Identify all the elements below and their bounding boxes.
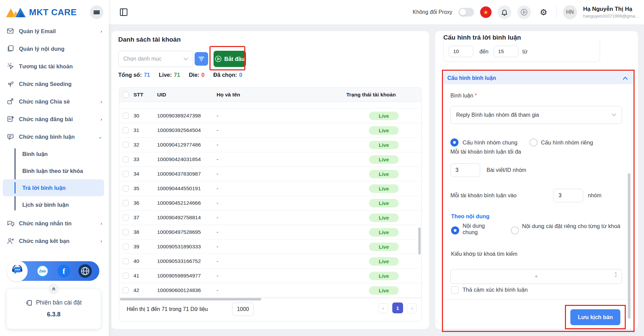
sidebar-menu: Quản lý Email›Quản lý nội dungTương tác … [0,22,109,145]
stat-live: Live:71 [159,72,180,78]
app-logo[interactable]: MKT CARE [5,6,77,19]
sidebar-collapse-button[interactable] [90,5,103,19]
status-badge: Live [369,272,399,280]
comment-type-select[interactable]: Reply Bình luận nhóm đã tham gia [450,106,622,124]
sidebar-item-bottom-0[interactable]: Chức năng nhắn tin› [0,215,109,232]
cell-stt: 34 [131,171,154,177]
group-custom-label[interactable]: Cấu hình nhóm riêng [541,139,593,146]
per-account-suffix: nhóm [588,193,601,199]
cell-uid: 100090600124836 [154,287,214,293]
sidebar-item-0[interactable]: Quản lý Email› [0,22,109,40]
cell-uid: 100090389247398 [154,113,214,119]
row-checkbox[interactable] [123,258,129,264]
row-checkbox[interactable] [123,229,129,235]
next-page-button[interactable]: › [407,303,417,313]
reaction-checkbox[interactable] [451,286,459,294]
content-common-radio[interactable] [451,226,459,234]
col-header-name: Họ và tên [214,92,344,98]
row-checkbox[interactable] [123,287,129,293]
layout-toggle-icon[interactable] [120,8,127,16]
group-custom-radio[interactable] [529,138,538,147]
table-row: 31100090392564504-Live [119,123,421,138]
page-size-input[interactable] [232,303,254,316]
status-badge: Live [369,126,399,135]
cell-name: - [214,171,344,177]
reaction-label[interactable]: Thả cảm xúc khi bình luận [463,287,528,293]
table-row: 30100090389247398-Live [119,109,421,123]
sidebar-item-2[interactable]: Tương tác tài khoản [0,58,109,75]
submenu-item-1[interactable]: Bình luận theo từ khóa [3,162,104,179]
word-min-input[interactable] [449,46,473,57]
accounts-table: STT UID Họ và tên Trạng thái tài khoản 2… [119,87,422,321]
submenu-item-3[interactable]: Lịch sử bình luận [3,196,104,213]
run-tasks-button[interactable] [517,5,531,19]
row-checkbox[interactable] [123,127,129,133]
bell-icon [501,8,508,16]
current-page-button[interactable]: 1 [392,303,403,313]
version-label: Phiên bản cài đặt [36,299,81,306]
sidebar-item-5[interactable]: Chức năng đăng bài› [0,110,109,128]
user-info[interactable]: Hạ Nguyễn Thị Hạ hanguyen31071999@gma... [583,6,639,19]
collapse-panel-button[interactable] [48,284,59,294]
comment-config-section-header[interactable]: Cấu hình bình luận [443,72,633,84]
group-common-radio[interactable] [450,138,459,147]
table-row: 41100090598954977-Live [119,269,421,283]
filter-icon [198,57,204,61]
avatar[interactable]: HN [563,5,577,19]
row-checkbox[interactable] [123,142,129,148]
settings-button[interactable]: ⚙ [537,5,550,19]
save-script-button[interactable]: Lưu kịch bản [570,309,620,325]
row-checkbox[interactable] [123,171,129,177]
row-checkbox[interactable] [123,273,129,279]
word-max-input[interactable] [494,46,518,57]
sidebar-item-6[interactable]: Chức năng bình luận⌄ [0,128,109,145]
content-common-label[interactable]: Nội dung chung [463,223,500,236]
col-header-stt: STT [131,92,154,98]
divider [556,6,557,19]
main-content: Danh sách tài khoản Chọn danh mục Bắt đầ… [109,24,644,336]
per-account-label: Mỗi tài khoản bình luận vào [450,193,517,199]
facebook-icon[interactable]: f [57,265,70,277]
content-custom-radio[interactable] [511,226,519,234]
support-chat-icon[interactable] [7,261,28,282]
per-account-input[interactable] [553,189,583,202]
stat-total: Tổng số:71 [118,72,150,78]
prev-page-button[interactable]: ‹ [378,303,388,313]
status-badge: Live [369,214,399,222]
row-checkbox[interactable] [123,113,129,119]
sidebar-item-1[interactable]: Quản lý nội dung [0,40,109,58]
max-comments-input[interactable] [450,163,480,177]
row-checkbox[interactable] [123,200,129,206]
content-custom-label[interactable]: Nội dung cài đặt riêng cho từng từ khoá [522,222,623,230]
select-all-checkbox[interactable] [123,92,129,98]
submenu-item-2[interactable]: Trả lời bình luận [3,179,104,196]
sidebar-item-4[interactable]: Chức năng Chia sẻ› [0,93,109,110]
cell-name: - [214,200,344,206]
table-vertical-scrollbar[interactable] [418,227,421,254]
col-header-status: Trạng thái tài khoản [344,92,422,98]
keyword-match-select[interactable]: + ∧∨ [450,269,622,284]
accounts-panel-title: Danh sách tài khoản [118,36,181,43]
submenu-item-0[interactable]: Bình luận [3,145,104,162]
group-common-label[interactable]: Cấu hình nhóm chung [463,139,517,146]
zalo-icon[interactable]: Zalo [36,265,49,277]
stat-die: Die:0 [189,72,204,78]
row-checkbox[interactable] [123,156,129,162]
vietnam-flag-icon[interactable]: ★ [480,6,492,18]
start-button[interactable]: Bắt đầu [214,51,246,67]
comment-icon [7,133,14,140]
sidebar-item-bottom-1[interactable]: Chức năng kết bạn› [0,232,109,250]
row-checkbox[interactable] [123,244,129,250]
proxy-toggle[interactable] [459,8,474,17]
message-icon [7,220,14,227]
row-checkbox[interactable] [123,215,129,221]
config-panel-scrollbar[interactable] [628,173,630,319]
sidebar-item-3[interactable]: Chức năng Seeding [0,75,109,93]
row-checkbox[interactable] [123,185,129,192]
chevron-icon: ⌄ [98,134,102,139]
content-section-link[interactable]: Theo nội dung [451,213,490,220]
category-select[interactable]: Chọn danh mục [118,51,193,67]
filter-button[interactable] [195,52,208,66]
notifications-button[interactable] [498,5,511,19]
globe-icon[interactable] [78,264,92,278]
